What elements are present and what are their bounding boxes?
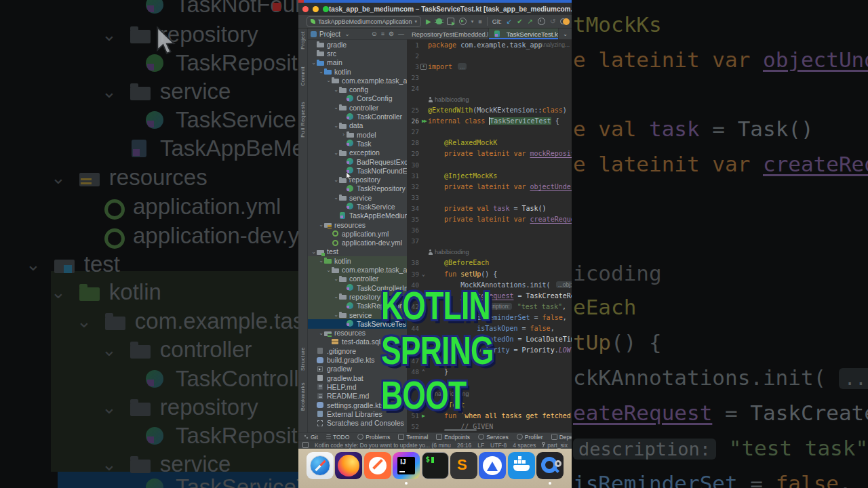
tool-window-button-depen[interactable]: Depen bbox=[551, 434, 572, 441]
dock-icon-safari[interactable] bbox=[307, 452, 334, 479]
code-line[interactable]: 36 bbox=[407, 225, 572, 236]
project-view-chevron-icon[interactable]: ⌄ bbox=[344, 30, 350, 37]
git-branch-indicator[interactable]: part_six bbox=[542, 442, 568, 449]
code-line[interactable]: 3+import ... bbox=[407, 61, 572, 72]
undo-button[interactable]: ↺ bbox=[550, 18, 555, 25]
fold-expand-icon[interactable]: + bbox=[420, 64, 427, 70]
locate-file-icon[interactable]: ⊙ bbox=[372, 30, 377, 37]
dock-icon-terminal[interactable] bbox=[422, 452, 449, 479]
tree-item-badrequestexcepti[interactable]: BadRequestExcepti bbox=[308, 157, 407, 166]
minimize-window-button[interactable] bbox=[313, 6, 319, 12]
code-line[interactable]: 37 bbox=[407, 236, 572, 247]
tree-item-com-example-task-app-b[interactable]: ⌄com.example.task_app_b bbox=[308, 265, 407, 274]
tool-window-stripe-project[interactable]: Project bbox=[300, 31, 306, 49]
git-push-button[interactable]: ↗ bbox=[528, 18, 533, 25]
run-configuration-select[interactable]: TaskAppBeMediumcomApplication ▾ bbox=[307, 16, 421, 27]
tree-item-tasknotfoundexcep[interactable]: TaskNotFoundExcep bbox=[308, 166, 407, 175]
tab-repositorytestembedded-kt[interactable]: RepositoryTestEmbedded.kt× bbox=[407, 28, 489, 39]
tree-item-service[interactable]: ⌄service bbox=[308, 193, 407, 202]
tree-item-gradle[interactable]: gradle bbox=[308, 40, 407, 49]
tool-window-button-problems[interactable]: Problems bbox=[357, 434, 390, 441]
tree-item-application-dev-yml[interactable]: application-dev.yml bbox=[308, 239, 407, 247]
debug-button[interactable] bbox=[436, 18, 442, 24]
tree-item-resources[interactable]: ⌄resources bbox=[308, 220, 407, 229]
dock-icon-postman[interactable] bbox=[364, 452, 391, 479]
tool-window-stripe-commit[interactable]: Commit bbox=[300, 66, 306, 86]
panel-settings-icon[interactable]: ⚙ bbox=[389, 30, 394, 37]
horizontal-scrollbar[interactable] bbox=[444, 429, 477, 431]
run-button[interactable]: ▶ bbox=[426, 18, 431, 25]
tool-window-button-services[interactable]: Services bbox=[478, 434, 509, 441]
zoom-window-button[interactable] bbox=[323, 6, 329, 12]
tree-item-application-yml[interactable]: application.yml bbox=[308, 229, 407, 238]
dock-icon-docker[interactable] bbox=[508, 452, 535, 479]
code-line[interactable]: 38 @BeforeEach bbox=[407, 258, 572, 268]
tab-taskservicetest-kt[interactable]: TaskServiceTest.kt× bbox=[489, 28, 559, 39]
code-line[interactable]: 27 bbox=[407, 127, 572, 138]
tree-item-taskappbemediumcon[interactable]: TaskAppBeMediumcon bbox=[308, 211, 407, 220]
status-message[interactable]: Kotlin code style: Do you want to update… bbox=[315, 442, 451, 449]
tree-item-kotlin[interactable]: ⌄kotlin bbox=[308, 67, 407, 76]
tool-window-button-terminal[interactable]: Terminal bbox=[398, 434, 428, 441]
hide-panel-icon[interactable]: — bbox=[398, 30, 404, 37]
tree-item-data[interactable]: ⌄data bbox=[308, 121, 407, 130]
code-line[interactable]: habibicoding bbox=[407, 94, 572, 104]
dock-icon-quicktime[interactable] bbox=[536, 452, 564, 479]
tool-window-button-todo[interactable]: TODO bbox=[326, 434, 349, 441]
tree-item-task[interactable]: Task bbox=[308, 139, 407, 148]
code-line[interactable]: 33 bbox=[407, 192, 572, 203]
code-line[interactable]: 31 @InjectMockKs bbox=[407, 170, 572, 181]
tool-window-stripe-structure[interactable]: Structure bbox=[300, 347, 306, 371]
git-update-button[interactable]: ↙ bbox=[507, 18, 512, 25]
tree-item-test[interactable]: ⌄test bbox=[308, 247, 407, 256]
tree-item-model[interactable]: ›model bbox=[308, 130, 407, 139]
run-class-icon[interactable]: ▶ bbox=[422, 118, 425, 124]
code-line[interactable]: 28 @RelaxedMockK bbox=[407, 138, 572, 148]
notification-badge[interactable] bbox=[563, 18, 570, 25]
tree-item-config[interactable]: ⌄config bbox=[308, 85, 407, 94]
git-commit-button[interactable]: ✔ bbox=[517, 18, 522, 25]
tree-item-corsconfig[interactable]: CorsConfig bbox=[308, 94, 407, 103]
history-button[interactable] bbox=[538, 18, 545, 25]
tool-window-stripe-bookmarks[interactable]: Bookmarks bbox=[300, 382, 306, 411]
tree-item-controller[interactable]: ⌄controller bbox=[308, 103, 407, 112]
tree-item-repository[interactable]: ⌄repository bbox=[308, 175, 407, 184]
profiler-button[interactable] bbox=[459, 18, 467, 25]
tree-item-com-example-task-app-b[interactable]: ⌄com.example.task_app_b bbox=[308, 76, 407, 85]
code-line[interactable]: 26▶internal class TaskServiceTest { bbox=[407, 116, 572, 127]
code-line[interactable]: 24 bbox=[407, 83, 572, 94]
run-with-coverage-button[interactable] bbox=[447, 18, 454, 25]
expand-collapse-icon[interactable]: ≡ bbox=[381, 30, 384, 37]
close-window-button[interactable] bbox=[302, 6, 309, 12]
code-line[interactable]: 35 private lateinit var createRequest bbox=[407, 214, 572, 225]
code-line[interactable]: 2 bbox=[407, 50, 572, 61]
tree-item-main[interactable]: ⌄main bbox=[308, 58, 407, 67]
tree-item-taskservice[interactable]: TaskService bbox=[308, 202, 407, 211]
tool-window-button-endpoints[interactable]: Endpoints bbox=[436, 434, 470, 441]
code-line[interactable]: 25@ExtendWith(MockKExtension::class) bbox=[407, 105, 572, 116]
line-ending-indicator[interactable]: LF bbox=[477, 442, 484, 449]
gutter-marker[interactable]: ▶ bbox=[419, 118, 428, 124]
tab-list-chevron-icon[interactable]: ⌄ bbox=[559, 28, 572, 39]
tool-window-button-git[interactable]: Git bbox=[304, 434, 318, 441]
tool-window-button-profiler[interactable]: Profiler bbox=[517, 434, 543, 441]
stop-button[interactable]: ■ bbox=[478, 18, 481, 25]
code-line[interactable]: 29 private lateinit var mockRepository bbox=[407, 148, 572, 159]
tree-item-exception[interactable]: ⌄exception bbox=[308, 148, 407, 157]
tool-window-stripe-pull-requests[interactable]: Pull Requests bbox=[300, 102, 306, 138]
code-line[interactable]: 34 private val task = Task() bbox=[407, 203, 572, 214]
code-line[interactable]: 39⌄ fun setUp() { bbox=[407, 268, 572, 279]
dock-icon-intellij[interactable] bbox=[393, 452, 420, 479]
encoding-indicator[interactable]: UTF-8 bbox=[490, 442, 507, 449]
code-line[interactable]: 23 bbox=[407, 72, 572, 83]
indent-indicator[interactable]: 4 spaces bbox=[513, 442, 536, 449]
tree-item-taskcontroller[interactable]: TaskController bbox=[308, 112, 407, 121]
project-panel-title[interactable]: Project bbox=[319, 30, 340, 38]
dock-icon-nordvpn[interactable] bbox=[479, 452, 506, 479]
caret-position[interactable]: 26:16 bbox=[457, 442, 471, 449]
dock-icon-firefox[interactable] bbox=[335, 452, 362, 479]
tree-item-kotlin[interactable]: ⌄kotlin bbox=[308, 256, 407, 265]
code-line[interactable]: 30 bbox=[407, 159, 572, 170]
status-event-icon[interactable] bbox=[302, 442, 309, 448]
tree-item-scratches-and-consoles[interactable]: Scratches and Consoles bbox=[308, 418, 407, 427]
